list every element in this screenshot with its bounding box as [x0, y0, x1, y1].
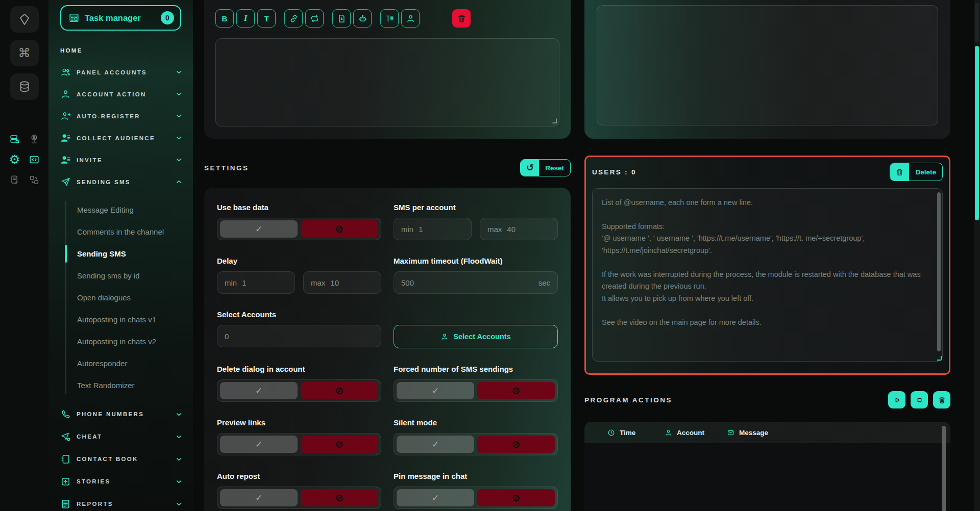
- gem-icon: [17, 12, 32, 27]
- users-header: USERS : 0 Delete: [592, 163, 943, 181]
- report-document-icon: [60, 499, 71, 509]
- sms-min-input[interactable]: min 1: [394, 218, 472, 240]
- sidebar-item-panel-accounts[interactable]: PANEL ACCOUNTS: [48, 61, 193, 83]
- person-add-icon: [60, 111, 71, 121]
- field-delay: Delay min 1 max 10: [217, 257, 381, 294]
- trash-icon: [457, 14, 467, 23]
- submenu-item-sending-sms-by-id[interactable]: Sending sms by id: [48, 265, 193, 287]
- message-textarea[interactable]: [215, 38, 559, 126]
- users-resize-handle[interactable]: [937, 356, 942, 361]
- sidebar-item-stories[interactable]: STORIES: [48, 470, 193, 493]
- sidebar: Task manager 0 HOME PANEL ACCOUNTS ACCOU…: [48, 0, 193, 511]
- submenu-item-message-editing[interactable]: Message Editing: [48, 199, 193, 221]
- submenu-item-text-randomizer[interactable]: Text Randomizer: [48, 374, 193, 396]
- chevron-down-icon: [175, 112, 183, 120]
- field-use-base-data: Use base data ✓ ⊘: [217, 203, 381, 240]
- users-delete-button[interactable]: Delete: [890, 163, 943, 181]
- sidebar-item-sending-sms[interactable]: SENDING SMS: [48, 171, 193, 193]
- toggle-yes[interactable]: ✓: [220, 220, 298, 238]
- server-check-icon[interactable]: [6, 130, 24, 149]
- document-check-icon[interactable]: [6, 170, 24, 190]
- accounts-count-input[interactable]: 0: [217, 325, 381, 347]
- sidebar-item-invite[interactable]: INVITE: [48, 149, 193, 171]
- delete-message-button[interactable]: [452, 9, 471, 28]
- repeat-button[interactable]: [305, 9, 324, 28]
- file-download-icon: [337, 14, 347, 23]
- toggle-yes[interactable]: ✓: [220, 382, 298, 399]
- page-scrollbar[interactable]: [974, 0, 980, 511]
- sidebar-item-cheat[interactable]: CHEAT: [48, 425, 193, 448]
- delay-min-input[interactable]: min 1: [217, 271, 295, 294]
- trash-icon: [938, 396, 946, 404]
- sms-max-input[interactable]: max 40: [480, 218, 558, 240]
- sidebar-item-home[interactable]: HOME: [48, 39, 193, 61]
- chevron-down-icon: [175, 68, 183, 76]
- toggle-no[interactable]: ⊘: [477, 489, 555, 506]
- submenu-item-autoresponder[interactable]: Autoresponder: [48, 352, 193, 374]
- toggle-no[interactable]: ⊘: [301, 382, 378, 399]
- toggle-yes[interactable]: ✓: [397, 382, 474, 399]
- table-scrollbar[interactable]: [942, 426, 946, 511]
- play-icon: [893, 396, 901, 404]
- scrollbar-thumb[interactable]: [975, 46, 979, 220]
- reset-button[interactable]: ↺ Reset: [520, 159, 571, 176]
- person-button[interactable]: [401, 9, 420, 28]
- program-actions-table: Time Account Message: [584, 422, 950, 511]
- select-accounts-button[interactable]: Select Accounts: [394, 325, 558, 348]
- gear-icon[interactable]: ⚙: [6, 150, 24, 169]
- file-button[interactable]: [332, 9, 351, 28]
- submenu-item-autoposting-v1[interactable]: Autoposting in chats v1: [48, 309, 193, 330]
- toggle-no[interactable]: ⊘: [301, 220, 378, 238]
- submenu-item-open-dialogues[interactable]: Open dialogues: [48, 287, 193, 309]
- task-manager-button[interactable]: Task manager 0: [60, 5, 181, 31]
- contact-book-icon: [60, 454, 71, 465]
- sending-sms-submenu: Message Editing Comments in the channel …: [48, 199, 193, 396]
- sidebar-item-auto-register[interactable]: AUTO-REGISTER: [48, 105, 193, 127]
- chevron-up-icon: [175, 178, 183, 186]
- chevron-down-icon: [175, 90, 183, 98]
- mail-icon: [727, 429, 734, 437]
- users-scrollbar[interactable]: [937, 192, 941, 351]
- submenu-item-autoposting-v2[interactable]: Autoposting in chats v2: [48, 330, 193, 352]
- bold-button[interactable]: B: [215, 9, 234, 28]
- title-button[interactable]: T: [257, 9, 276, 28]
- toggle-no[interactable]: ⊘: [477, 382, 555, 399]
- toggle-yes[interactable]: ✓: [397, 489, 474, 506]
- robot-button[interactable]: [353, 9, 372, 28]
- submenu-item-comments-in-channel[interactable]: Comments in the channel: [48, 221, 193, 243]
- delete-dialog-toggle: ✓ ⊘: [217, 379, 381, 402]
- swap-icon[interactable]: [25, 170, 43, 190]
- database-button[interactable]: [10, 73, 39, 100]
- toggle-no[interactable]: ⊘: [301, 436, 378, 453]
- sidebar-item-reports[interactable]: REPORTS: [48, 493, 193, 511]
- settings-title: SETTINGS: [204, 164, 249, 172]
- compose-textarea[interactable]: [597, 5, 938, 125]
- task-manager-badge: 0: [161, 11, 174, 24]
- clear-button[interactable]: [933, 391, 950, 408]
- link-button[interactable]: [284, 9, 303, 28]
- delay-max-input[interactable]: max 10: [303, 271, 381, 294]
- webcam-person-icon[interactable]: [25, 130, 43, 149]
- stop-button[interactable]: [911, 391, 928, 408]
- italic-button[interactable]: I: [236, 9, 255, 28]
- favorites-button[interactable]: [10, 6, 39, 33]
- sidebar-item-account-action[interactable]: ACCOUNT ACTION: [48, 83, 193, 105]
- toggle-yes[interactable]: ✓: [220, 489, 298, 506]
- text-format-button[interactable]: [380, 9, 399, 28]
- users-textarea[interactable]: [592, 188, 943, 362]
- toggle-no[interactable]: ⊘: [301, 489, 378, 506]
- toggle-yes[interactable]: ✓: [397, 436, 474, 453]
- sidebar-item-contact-book[interactable]: CONTACT BOOK: [48, 448, 193, 470]
- toggle-yes[interactable]: ✓: [220, 436, 298, 453]
- timeout-input[interactable]: 500 sec: [394, 271, 558, 294]
- sidebar-item-phone-numbers[interactable]: PHONE NUMBERS: [48, 403, 193, 425]
- start-button[interactable]: [888, 391, 905, 408]
- compose-card: [584, 0, 950, 139]
- robot-icon: [358, 14, 368, 23]
- task-manager-label: Task manager: [85, 13, 141, 23]
- command-button[interactable]: ⌘: [10, 40, 39, 66]
- toggle-no[interactable]: ⊘: [477, 436, 555, 453]
- submenu-item-sending-sms[interactable]: Sending SMS: [48, 243, 193, 265]
- sidebar-item-collect-audience[interactable]: COLLECT AUDIENCE: [48, 127, 193, 149]
- code-window-icon[interactable]: [25, 150, 43, 169]
